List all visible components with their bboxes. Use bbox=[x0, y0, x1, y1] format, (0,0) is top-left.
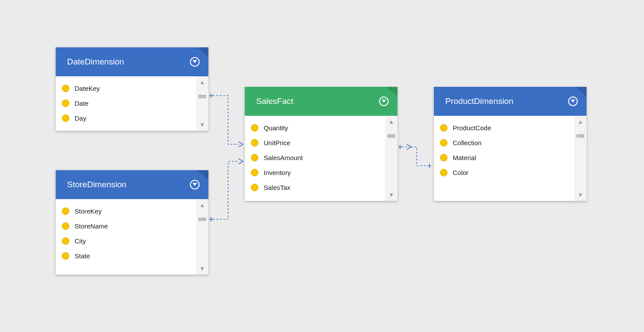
field-label: SalesTax bbox=[264, 184, 290, 191]
field-label: DateKey bbox=[75, 85, 100, 92]
field-row[interactable]: StoreKey bbox=[56, 203, 196, 218]
header-corner-fold bbox=[197, 47, 208, 57]
scrollbar[interactable]: ▲▼ bbox=[385, 116, 397, 201]
field-dot-icon bbox=[440, 154, 447, 161]
connection-sales-to-product bbox=[398, 144, 431, 168]
diagram-canvas[interactable]: DateDimensionDateKeyDateDay▲▼StoreDimens… bbox=[0, 0, 644, 332]
collapse-button[interactable] bbox=[379, 96, 389, 106]
scroll-up-icon[interactable]: ▲ bbox=[389, 118, 394, 125]
scroll-up-icon[interactable]: ▲ bbox=[200, 79, 205, 86]
field-dot-icon bbox=[251, 169, 258, 176]
field-dot-icon bbox=[62, 85, 69, 92]
table-store_dimension[interactable]: StoreDimensionStoreKeyStoreNameCityState… bbox=[56, 170, 208, 275]
table-header[interactable]: DateDimension bbox=[56, 47, 208, 76]
field-label: Color bbox=[453, 169, 469, 176]
triangle-down-icon bbox=[571, 100, 575, 103]
field-label: StoreKey bbox=[75, 207, 102, 215]
field-row[interactable]: Color bbox=[434, 165, 574, 180]
scroll-up-icon[interactable]: ▲ bbox=[200, 202, 205, 208]
field-dot-icon bbox=[251, 184, 258, 191]
field-label: UnitPrice bbox=[264, 139, 290, 146]
field-row[interactable]: ProductCode bbox=[434, 120, 574, 135]
field-row[interactable]: StoreName bbox=[56, 218, 196, 233]
field-label: Collection bbox=[453, 139, 482, 146]
scroll-down-icon[interactable]: ▼ bbox=[200, 265, 205, 272]
table-body: ProductCodeCollectionMaterialColor▲▼ bbox=[434, 116, 587, 201]
field-label: Material bbox=[453, 154, 476, 161]
field-row[interactable]: Material bbox=[434, 150, 574, 165]
field-dot-icon bbox=[251, 124, 258, 132]
field-list: StoreKeyStoreNameCityState bbox=[56, 199, 196, 275]
collapse-button[interactable] bbox=[190, 57, 200, 67]
field-label: Inventory bbox=[264, 169, 291, 176]
connection-date-to-sales bbox=[209, 93, 243, 147]
table-body: StoreKeyStoreNameCityState▲▼ bbox=[56, 199, 208, 275]
triangle-down-icon bbox=[193, 183, 197, 186]
table-product_dimension[interactable]: ProductDimensionProductCodeCollectionMat… bbox=[434, 87, 587, 201]
field-row[interactable]: City bbox=[56, 233, 196, 248]
field-dot-icon bbox=[440, 124, 447, 132]
table-body: QuantityUnitPriceSalesAmountInventorySal… bbox=[245, 116, 397, 201]
field-label: City bbox=[75, 237, 86, 245]
scroll-thumb[interactable] bbox=[576, 134, 584, 138]
collapse-button[interactable] bbox=[568, 96, 578, 106]
scrollbar[interactable]: ▲▼ bbox=[196, 76, 208, 131]
field-list: QuantityUnitPriceSalesAmountInventorySal… bbox=[245, 116, 385, 201]
field-dot-icon bbox=[251, 154, 258, 161]
field-label: Day bbox=[75, 114, 86, 122]
header-corner-fold bbox=[197, 170, 208, 180]
scroll-thumb[interactable] bbox=[198, 218, 206, 221]
scrollbar[interactable]: ▲▼ bbox=[574, 116, 587, 201]
field-dot-icon bbox=[62, 237, 69, 245]
field-dot-icon bbox=[440, 139, 447, 146]
field-list: ProductCodeCollectionMaterialColor bbox=[434, 116, 574, 201]
field-row[interactable]: SalesAmount bbox=[245, 150, 385, 165]
field-row[interactable]: Quantity bbox=[245, 120, 385, 135]
header-corner-fold bbox=[386, 87, 397, 96]
triangle-down-icon bbox=[193, 60, 197, 64]
table-title: StoreDimension bbox=[67, 180, 126, 189]
field-dot-icon bbox=[62, 207, 69, 215]
field-label: Date bbox=[75, 100, 89, 107]
scroll-thumb[interactable] bbox=[198, 95, 206, 98]
field-row[interactable]: Day bbox=[56, 111, 196, 125]
field-row[interactable]: UnitPrice bbox=[245, 135, 385, 150]
field-label: StoreName bbox=[75, 222, 108, 230]
table-date_dimension[interactable]: DateDimensionDateKeyDateDay▲▼ bbox=[56, 47, 208, 131]
field-row[interactable]: SalesTax bbox=[245, 180, 385, 195]
field-label: ProductCode bbox=[453, 124, 491, 132]
scroll-up-icon[interactable]: ▲ bbox=[578, 118, 583, 125]
field-dot-icon bbox=[62, 222, 69, 230]
field-list: DateKeyDateDay bbox=[56, 76, 196, 131]
field-dot-icon bbox=[62, 252, 69, 260]
connection-store-to-sales bbox=[209, 159, 243, 221]
field-label: SalesAmount bbox=[264, 154, 303, 161]
header-corner-fold bbox=[575, 87, 587, 96]
field-row[interactable]: State bbox=[56, 248, 196, 263]
table-title: DateDimension bbox=[67, 57, 124, 67]
field-row[interactable]: Inventory bbox=[245, 165, 385, 180]
field-dot-icon bbox=[440, 169, 447, 176]
table-body: DateKeyDateDay▲▼ bbox=[56, 76, 208, 131]
field-row[interactable]: DateKey bbox=[56, 81, 196, 96]
table-header[interactable]: ProductDimension bbox=[434, 87, 587, 116]
scroll-down-icon[interactable]: ▼ bbox=[578, 192, 583, 198]
field-dot-icon bbox=[62, 114, 69, 122]
field-dot-icon bbox=[62, 100, 69, 107]
scroll-down-icon[interactable]: ▼ bbox=[200, 121, 205, 128]
table-header[interactable]: SalesFact bbox=[245, 87, 397, 116]
field-dot-icon bbox=[251, 139, 258, 146]
scroll-thumb[interactable] bbox=[387, 134, 395, 138]
scroll-down-icon[interactable]: ▼ bbox=[389, 192, 394, 198]
triangle-down-icon bbox=[382, 100, 386, 103]
field-row[interactable]: Collection bbox=[434, 135, 574, 150]
field-row[interactable]: Date bbox=[56, 96, 196, 111]
field-label: State bbox=[75, 252, 90, 260]
table-sales_fact[interactable]: SalesFactQuantityUnitPriceSalesAmountInv… bbox=[245, 87, 397, 201]
table-header[interactable]: StoreDimension bbox=[56, 170, 208, 199]
table-title: SalesFact bbox=[256, 96, 293, 106]
collapse-button[interactable] bbox=[190, 180, 200, 189]
field-label: Quantity bbox=[264, 124, 288, 132]
table-title: ProductDimension bbox=[445, 96, 513, 106]
scrollbar[interactable]: ▲▼ bbox=[196, 199, 208, 275]
